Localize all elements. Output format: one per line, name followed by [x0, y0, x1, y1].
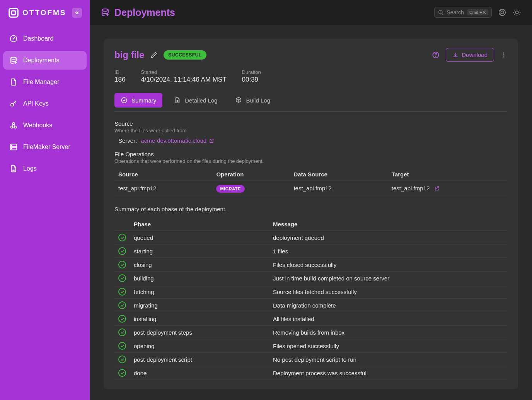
file-ops-title: File Operations [114, 151, 507, 157]
column-header: Message [269, 218, 507, 231]
download-icon [452, 52, 459, 58]
svg-point-20 [503, 52, 505, 53]
svg-point-14 [438, 10, 442, 14]
meta-label: ID [114, 69, 125, 75]
table-row: starting 1 files [114, 244, 507, 258]
deploy-icon [101, 8, 110, 17]
cell-phase: post-deployment steps [130, 326, 269, 339]
chevron-left-double-icon [74, 10, 80, 15]
table-row: post-deployment steps Removing builds fr… [114, 326, 507, 339]
card-header: big file SUCCESSFUL Download [114, 48, 507, 62]
sidebar-item-label: FileMaker Server [23, 144, 70, 150]
svg-point-11 [12, 145, 12, 146]
edit-icon[interactable] [150, 51, 157, 58]
tab-build-log[interactable]: Build Log [229, 93, 276, 108]
sidebar-item-filemaker-server[interactable]: FileMaker Server [3, 138, 87, 156]
collapse-sidebar-button[interactable] [72, 8, 82, 18]
meta-started: Started4/10/2024, 11:14:46 AM MST [141, 69, 226, 84]
page-title: Deployments [101, 7, 175, 18]
cell-status [114, 366, 130, 380]
download-button[interactable]: Download [446, 48, 494, 62]
sidebar-item-label: File Manager [23, 79, 59, 85]
svg-point-19 [436, 56, 436, 56]
more-icon[interactable] [500, 51, 507, 58]
webhook-icon [9, 121, 18, 130]
phase-summary-title: Summary of each phase of the deployment. [114, 206, 507, 212]
help-icon[interactable] [432, 51, 440, 59]
search-input[interactable]: Search Cmd + K [434, 7, 492, 18]
meta-id: ID186 [114, 69, 125, 84]
cell-status [114, 299, 130, 312]
sidebar-item-logs[interactable]: Logs [3, 159, 87, 178]
cell-status [114, 339, 130, 353]
column-header [114, 218, 130, 231]
server-value: acme-dev.ottomatic.cloud [141, 137, 206, 144]
column-header: Source [114, 168, 212, 181]
svg-rect-1 [12, 11, 15, 15]
cell-status [114, 285, 130, 299]
meta-value: 4/10/2024, 11:14:46 AM MST [141, 76, 226, 84]
file-ops-table: SourceOperationData SourceTarget test_ap… [114, 168, 507, 196]
gauge-icon [9, 34, 18, 43]
sidebar-item-deployments[interactable]: Deployments [3, 51, 87, 70]
cell-message: Source files fetched successfully [269, 285, 507, 299]
table-row: done Deployment process was successful [114, 366, 507, 380]
status-success-icon [118, 356, 126, 363]
tab-label: Summary [131, 97, 156, 104]
download-label: Download [462, 51, 488, 58]
cell-status [114, 326, 130, 339]
cell-message: Files closed successfully [269, 258, 507, 272]
meta-label: Duration [242, 69, 261, 75]
status-success-icon [118, 328, 126, 336]
topbar: Deployments Search Cmd + K [90, 0, 532, 25]
sidebar-item-label: Deployments [23, 57, 59, 64]
deploy-icon [9, 56, 18, 65]
sidebar: OTTOFMS DashboardDeploymentsFile Manager… [0, 0, 90, 400]
tab-detailed-log[interactable]: Detailed Log [168, 93, 223, 108]
sidebar-header: OTTOFMS [0, 0, 90, 26]
logo-icon [8, 7, 19, 19]
sidebar-item-webhooks[interactable]: Webhooks [3, 116, 87, 135]
svg-point-16 [501, 11, 503, 14]
status-success-icon [118, 261, 126, 268]
status-success-icon [118, 274, 126, 282]
content: big file SUCCESSFUL Download ID186Starte… [90, 25, 532, 400]
source-title: Source [114, 120, 507, 127]
status-success-icon [118, 315, 126, 323]
cell-message: All files installed [269, 312, 507, 326]
cell-message: Just in time build completed on source s… [269, 272, 507, 285]
column-header: Operation [212, 168, 290, 181]
main: Deployments Search Cmd + K big file SUCC… [90, 0, 532, 400]
cell-source: test_api.fmp12 [114, 181, 212, 196]
cell-status [114, 353, 130, 366]
meta-value: 186 [114, 76, 125, 84]
search-placeholder: Search [447, 9, 464, 15]
sidebar-item-file-manager[interactable]: File Manager [3, 73, 87, 91]
svg-rect-0 [9, 9, 18, 17]
theme-toggle-icon[interactable] [513, 8, 521, 17]
status-success-icon [118, 234, 126, 241]
deployment-card: big file SUCCESSFUL Download ID186Starte… [104, 39, 518, 389]
cell-status [114, 244, 130, 258]
meta-label: Started [141, 69, 226, 75]
server-link[interactable]: acme-dev.ottomatic.cloud [141, 137, 214, 144]
tab-label: Detailed Log [185, 97, 217, 104]
external-link-icon[interactable] [434, 186, 440, 191]
sidebar-item-api-keys[interactable]: API Keys [3, 94, 87, 113]
cell-operation: MIGRATE [212, 181, 290, 196]
svg-point-21 [503, 54, 505, 55]
cell-phase: queued [130, 231, 269, 244]
svg-point-17 [515, 11, 518, 14]
cell-message: Data migration complete [269, 299, 507, 312]
meta-duration: Duration00:39 [242, 69, 261, 84]
table-row: test_api.fmp12 MIGRATE test_api.fmp12 te… [114, 181, 507, 196]
svg-point-4 [11, 57, 17, 60]
operation-badge: MIGRATE [216, 185, 244, 193]
support-icon[interactable] [498, 8, 506, 17]
cell-phase: post-deployment script [130, 353, 269, 366]
sidebar-item-dashboard[interactable]: Dashboard [3, 29, 87, 48]
tab-summary[interactable]: Summary [114, 93, 162, 108]
cell-message: Removing builds from inbox [269, 326, 507, 339]
table-row: queued deployment queued [114, 231, 507, 244]
tabs: SummaryDetailed LogBuild Log [114, 93, 507, 112]
